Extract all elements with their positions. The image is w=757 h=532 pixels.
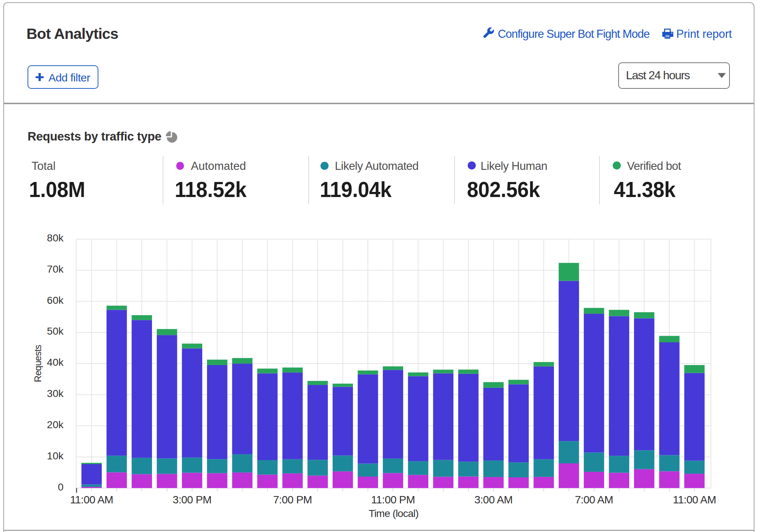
svg-text:Time (local): Time (local) xyxy=(369,508,419,519)
svg-text:70k: 70k xyxy=(47,263,64,275)
svg-text:10k: 10k xyxy=(47,450,64,462)
svg-text:7:00 AM: 7:00 AM xyxy=(575,493,613,506)
svg-text:7:00 PM: 7:00 PM xyxy=(273,493,312,506)
svg-text:11:00 AM: 11:00 AM xyxy=(70,493,113,506)
svg-text:0: 0 xyxy=(58,481,64,493)
svg-text:60k: 60k xyxy=(47,295,64,306)
svg-text:3:00 AM: 3:00 AM xyxy=(474,493,512,506)
svg-text:20k: 20k xyxy=(47,419,64,430)
svg-text:11:00 AM: 11:00 AM xyxy=(673,493,716,506)
svg-text:50k: 50k xyxy=(47,325,64,337)
svg-text:Requests: Requests xyxy=(33,345,43,382)
svg-text:80k: 80k xyxy=(47,232,64,244)
svg-text:30k: 30k xyxy=(47,388,64,399)
svg-text:3:00 PM: 3:00 PM xyxy=(173,493,211,506)
svg-text:40k: 40k xyxy=(47,357,64,368)
svg-text:11:00 PM: 11:00 PM xyxy=(371,493,415,506)
